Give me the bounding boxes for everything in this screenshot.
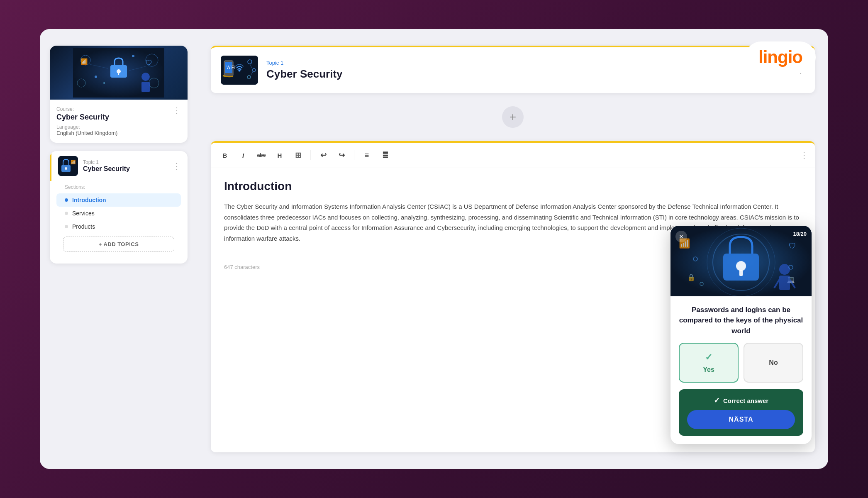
topic-header-card: WiFi: [211, 46, 815, 93]
course-card-image: 📶 🛡: [50, 46, 188, 100]
svg-rect-42: [779, 276, 790, 290]
sections-label: Sections:: [56, 184, 181, 190]
svg-text:WiFi: WiFi: [227, 65, 235, 70]
language-value: English (United Kingdom): [56, 130, 117, 136]
svg-rect-13: [141, 82, 150, 92]
quiz-header-image: 📶 🛡 🔒 💻 ✕ 18/20: [671, 226, 812, 296]
topic-header-title: Cyber Security: [266, 68, 788, 81]
sidebar: 📶 🛡: [40, 29, 197, 469]
editor-section-title: Introduction: [224, 180, 802, 193]
svg-text:🔒: 🔒: [687, 273, 695, 281]
svg-text:📶: 📶: [80, 58, 88, 65]
svg-point-16: [132, 55, 134, 57]
topic-header-svg: WiFi: [221, 56, 258, 85]
correct-answer-label: ✓ Correct answer: [714, 396, 768, 405]
svg-point-41: [779, 264, 790, 275]
svg-point-2: [117, 69, 121, 73]
language-label: Language:: [56, 124, 117, 130]
quiz-answer-yes[interactable]: ✓ Yes: [679, 343, 739, 383]
add-topics-label: + ADD TOPICS: [99, 241, 139, 247]
add-section-button[interactable]: +: [502, 106, 524, 128]
section-item-products[interactable]: Products: [56, 220, 181, 233]
svg-point-15: [103, 82, 105, 84]
lingio-logo: lingio: [758, 47, 802, 67]
bullet-list-button[interactable]: ≡: [359, 148, 374, 163]
editor-more-options[interactable]: ⋮: [800, 151, 808, 159]
numbered-list-button[interactable]: ≣: [378, 148, 393, 163]
quiz-result-bar: ✓ Correct answer NÄSTA: [679, 389, 803, 436]
character-count: 647 characters: [224, 264, 260, 270]
add-element-button[interactable]: ⊞: [290, 148, 305, 163]
italic-button[interactable]: I: [236, 148, 251, 163]
quiz-answer-no[interactable]: No: [744, 343, 803, 383]
topic-header-thumbnail: WiFi: [221, 56, 258, 85]
toolbar-separator-1: [310, 150, 311, 160]
quiz-header-svg: 📶 🛡 🔒 💻: [671, 226, 812, 296]
yes-check-icon: ✓: [705, 352, 712, 363]
topic-options-button[interactable]: ⋮: [173, 162, 181, 170]
course-options-button[interactable]: ⋮: [173, 106, 181, 115]
topic-info: Topic 1 Cyber Security: [83, 159, 168, 173]
topic-card: 📶 Topic 1 Cyber Security ⋮ Sections: Int…: [50, 151, 188, 264]
section-item-introduction[interactable]: Introduction: [56, 193, 181, 207]
svg-rect-34: [739, 270, 743, 276]
section-dot: [65, 198, 68, 202]
quiz-close-button[interactable]: ✕: [675, 231, 687, 242]
bold-button[interactable]: B: [217, 148, 232, 163]
section-name: Products: [72, 223, 95, 230]
course-title: Cyber Security: [56, 113, 117, 122]
section-name: Introduction: [72, 197, 106, 203]
sections-area: Sections: Introduction Services Products…: [50, 181, 188, 264]
topic-header-label: Topic 1: [266, 60, 788, 66]
correct-answer-text: Correct answer: [723, 397, 768, 404]
quiz-answers: ✓ Yes No: [671, 343, 812, 389]
topic-header-inner: WiFi: [211, 47, 815, 93]
quiz-question: Passwords and logins can be compared to …: [671, 296, 812, 343]
course-info: Course: Cyber Security Language: English…: [56, 106, 117, 136]
course-label: Course:: [56, 106, 117, 112]
svg-point-12: [141, 73, 150, 81]
next-button[interactable]: NÄSTA: [687, 410, 795, 429]
topic-header-info: Topic 1 Cyber Security: [266, 60, 788, 81]
svg-point-25: [239, 70, 241, 72]
add-topics-button[interactable]: + ADD TOPICS: [63, 237, 174, 252]
course-card: 📶 🛡: [50, 46, 188, 143]
topic-thumbnail: 📶: [58, 156, 78, 176]
redo-button[interactable]: ↪: [334, 148, 349, 163]
svg-point-14: [95, 76, 97, 78]
topic-card-header: 📶 Topic 1 Cyber Security ⋮: [50, 151, 188, 181]
strikethrough-button[interactable]: abc: [254, 148, 269, 163]
svg-point-33: [736, 261, 746, 271]
main-container: 📶 🛡: [40, 29, 828, 469]
undo-button[interactable]: ↩: [316, 148, 331, 163]
toolbar-separator-2: [354, 150, 354, 160]
svg-text:🛡: 🛡: [146, 59, 152, 66]
no-label: No: [769, 359, 778, 366]
section-dot: [65, 225, 68, 228]
topic-thumb-svg: 📶: [58, 156, 78, 176]
correct-check-icon: ✓: [714, 396, 720, 405]
svg-text:🛡: 🛡: [789, 242, 796, 250]
section-dot: [65, 212, 68, 215]
course-card-body: Course: Cyber Security Language: English…: [50, 100, 188, 143]
course-image-svg: 📶 🛡: [73, 48, 164, 98]
heading-button[interactable]: H: [272, 148, 287, 163]
svg-text:📶: 📶: [71, 159, 76, 165]
editor-toolbar: B I abc H ⊞ ↩ ↪ ≡ ≣ ⋮: [211, 143, 815, 168]
topic-title: Cyber Security: [83, 165, 168, 173]
section-item-services[interactable]: Services: [56, 207, 181, 220]
quiz-progress: 18/20: [793, 231, 807, 237]
svg-point-19: [65, 167, 67, 170]
lingio-logo-container: lingio: [745, 42, 816, 73]
add-section-area: +: [211, 101, 815, 133]
quiz-overlay: 📶 🛡 🔒 💻 ✕ 18/20 Passwords and login: [671, 226, 812, 444]
yes-label: Yes: [703, 366, 714, 374]
topic-label: Topic 1: [83, 159, 168, 165]
section-name: Services: [72, 210, 95, 217]
